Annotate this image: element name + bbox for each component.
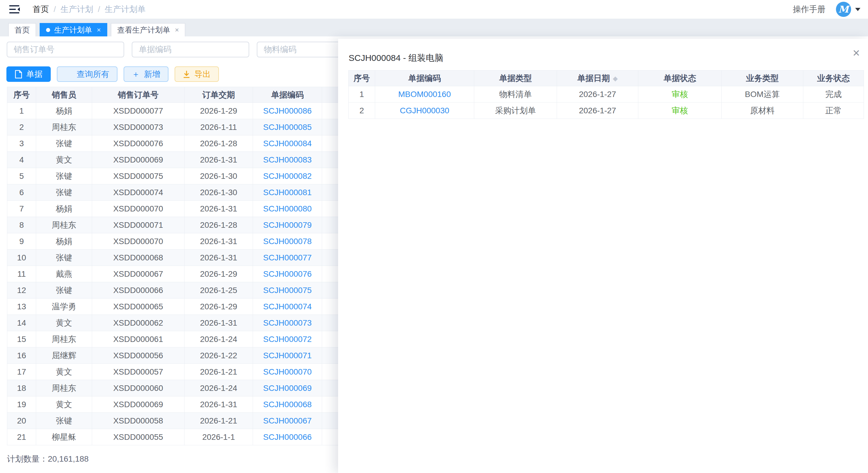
table-cell: 17: [7, 364, 36, 380]
tab-1[interactable]: 生产计划单×: [40, 23, 107, 36]
breadcrumb-separator: /: [98, 5, 100, 14]
plan-quantity-label: 计划数量：: [7, 454, 48, 463]
doc-code-link[interactable]: SCJH000066: [263, 433, 312, 442]
tab-0[interactable]: 首页: [8, 23, 36, 36]
table-cell: 2026-1-29: [185, 266, 253, 282]
doc-code-link[interactable]: MBOM000160: [398, 90, 451, 99]
sort-icon[interactable]: ◆: [613, 75, 618, 82]
doc-code-link[interactable]: SCJH000077: [263, 253, 312, 262]
table-cell: SCJH000076: [253, 266, 322, 282]
column-header[interactable]: 单据日期◆: [557, 70, 638, 86]
column-header: 单据状态: [638, 70, 722, 86]
table-cell: 10: [7, 249, 36, 266]
table-cell: XSDD000075: [92, 168, 185, 184]
table-cell: SCJH000075: [253, 282, 322, 299]
doc-code-link[interactable]: SCJH000078: [263, 237, 312, 246]
doc-code-link[interactable]: SCJH000068: [263, 400, 312, 409]
doc-code-link[interactable]: SCJH000072: [263, 335, 312, 344]
table-cell: 1: [349, 86, 375, 103]
user-avatar[interactable]: M: [836, 2, 851, 17]
header-row: 序号单据编码单据类型单据日期◆单据状态业务类型业务状态: [349, 70, 864, 86]
doc-code-link[interactable]: SCJH000069: [263, 383, 312, 393]
doc-code-link[interactable]: SCJH000085: [263, 123, 312, 132]
table-cell: 周桂东: [36, 380, 92, 396]
query-all-button[interactable]: 查询所有: [57, 66, 118, 82]
table-cell: XSDD000056: [92, 347, 185, 364]
column-header-label: 单据编码: [271, 90, 304, 99]
table-cell: 审核: [638, 103, 722, 119]
doc-code-link[interactable]: SCJH000083: [263, 155, 312, 164]
doc-code-link[interactable]: CGJH000030: [400, 106, 450, 115]
tab-label: 生产计划单: [54, 25, 92, 35]
table-cell: 温学勇: [36, 299, 92, 315]
tab-close-icon[interactable]: ×: [175, 27, 179, 33]
table-cell: XSDD000057: [92, 364, 185, 380]
related-docs-table-wrap: 序号单据编码单据类型单据日期◆单据状态业务类型业务状态1MBOM000160物料…: [348, 70, 864, 119]
column-header-label: 业务状态: [817, 74, 850, 83]
table-cell: 2026-1-31: [185, 201, 253, 217]
table-cell: 2026-1-21: [185, 364, 253, 380]
tab-2[interactable]: 查看生产计划单×: [111, 23, 185, 36]
doc-code-link[interactable]: SCJH000081: [263, 188, 312, 197]
table-cell: 2026-1-21: [185, 413, 253, 429]
table-cell: XSDD000055: [92, 429, 185, 445]
doc-code-link[interactable]: SCJH000070: [263, 367, 312, 376]
doc-code-link[interactable]: SCJH000073: [263, 318, 312, 327]
table-cell: SCJH000080: [253, 201, 322, 217]
operation-manual-link[interactable]: 操作手册: [793, 4, 826, 15]
doc-code-input[interactable]: [132, 42, 249, 57]
tab-close-icon[interactable]: ×: [97, 27, 101, 33]
doc-code-link[interactable]: SCJH000080: [263, 204, 312, 213]
table-cell: 张键: [36, 282, 92, 299]
table-cell: 8: [7, 217, 36, 233]
table-cell: XSDD000077: [92, 103, 185, 119]
doc-code-link[interactable]: SCJH000079: [263, 221, 312, 230]
breadcrumb-home[interactable]: 首页: [33, 4, 49, 15]
breadcrumb-production-plan-doc[interactable]: 生产计划单: [105, 4, 146, 15]
table-cell: XSDD000068: [92, 249, 185, 266]
document-button[interactable]: 单据: [6, 66, 51, 82]
doc-code-link[interactable]: SCJH000086: [263, 106, 312, 115]
column-header: 业务类型: [722, 70, 803, 86]
user-menu-caret-icon[interactable]: [855, 8, 861, 11]
tab-label: 查看生产计划单: [117, 25, 170, 35]
column-header: 业务状态: [803, 70, 864, 86]
table-cell: 2026-1-11: [185, 119, 253, 135]
export-button-label: 导出: [194, 69, 211, 80]
table-cell: SCJH000082: [253, 168, 322, 184]
table-cell: 2: [349, 103, 375, 119]
add-button[interactable]: ＋ 新增: [124, 66, 168, 82]
tab-label: 首页: [14, 25, 30, 35]
breadcrumb: 首页 / 生产计划 / 生产计划单: [33, 4, 146, 15]
table-cell: SCJH000072: [253, 331, 322, 347]
doc-code-link[interactable]: SCJH000075: [263, 286, 312, 295]
table-cell: 张键: [36, 184, 92, 201]
column-header-label: 序号: [353, 74, 370, 83]
table-cell: 2026-1-30: [185, 168, 253, 184]
doc-code-link[interactable]: SCJH000082: [263, 172, 312, 180]
doc-code-link[interactable]: SCJH000071: [263, 351, 312, 360]
menu-fold-icon[interactable]: [8, 4, 21, 14]
top-bar: 首页 / 生产计划 / 生产计划单 操作手册 M: [0, 0, 868, 19]
doc-code-link[interactable]: SCJH000084: [263, 139, 312, 148]
table-cell: SCJH000067: [253, 413, 322, 429]
grid-icon: [65, 70, 72, 78]
table-cell: XSDD000060: [92, 380, 185, 396]
doc-code-link[interactable]: SCJH000074: [263, 302, 312, 311]
table-cell: 3: [7, 135, 36, 152]
related-docs-table: 序号单据编码单据类型单据日期◆单据状态业务类型业务状态1MBOM000160物料…: [348, 70, 864, 119]
doc-code-link[interactable]: SCJH000067: [263, 416, 312, 425]
column-header: 单据编码: [253, 87, 322, 103]
document-icon: [14, 70, 22, 79]
sales-order-input[interactable]: [7, 42, 124, 57]
breadcrumb-production-plan[interactable]: 生产计划: [61, 4, 93, 15]
table-cell: 2026-1-27: [557, 103, 638, 119]
doc-code-link[interactable]: SCJH000076: [263, 269, 312, 278]
table-cell: 2026-1-28: [185, 135, 253, 152]
export-button[interactable]: 导出: [175, 66, 219, 82]
table-cell: 2026-1-31: [185, 249, 253, 266]
table-cell: 12: [7, 282, 36, 299]
close-icon[interactable]: ×: [852, 47, 860, 59]
active-tab-dot-icon: [46, 28, 50, 32]
table-cell: 1: [7, 103, 36, 119]
